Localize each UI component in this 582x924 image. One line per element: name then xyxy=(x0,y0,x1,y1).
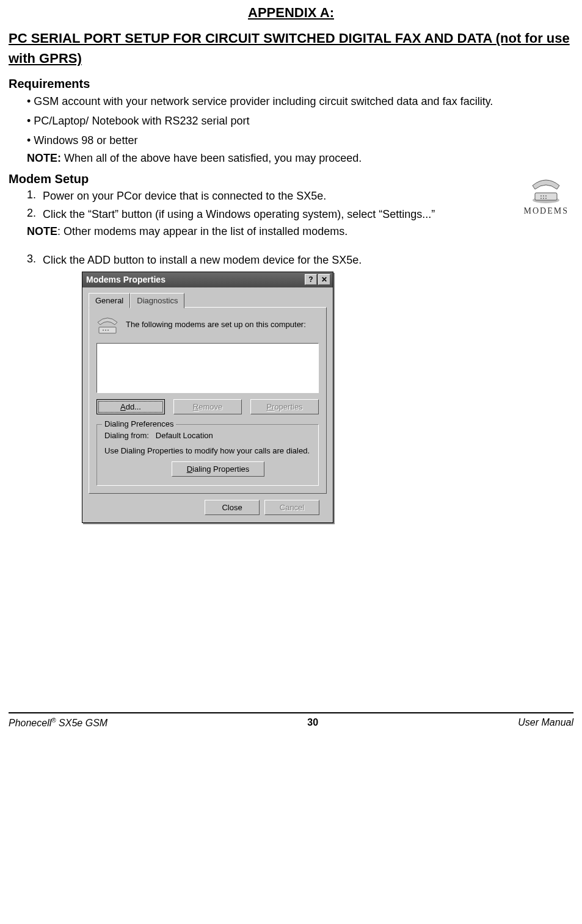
section-title: PC SERIAL PORT SETUP FOR CIRCUIT SWITCHE… xyxy=(9,28,573,68)
modem-note: NOTE: Other modems may appear in the lis… xyxy=(27,225,573,238)
step-text: Click the ADD button to install a new mo… xyxy=(43,253,573,267)
svg-point-2 xyxy=(540,195,542,197)
svg-point-4 xyxy=(545,195,547,197)
svg-point-10 xyxy=(105,330,106,331)
note-text: When all of the above have been satisfie… xyxy=(61,152,362,164)
note-text: : Other modems may appear in the list of… xyxy=(57,225,347,237)
svg-point-9 xyxy=(103,330,104,331)
step-item: 2. Click the “Start” button (if using a … xyxy=(27,207,454,222)
step-number: 3. xyxy=(27,253,43,267)
requirements-list: • GSM account with your network service … xyxy=(27,93,573,150)
requirement-item: • PC/Laptop/ Notebook with RS232 serial … xyxy=(27,113,573,130)
modem-small-icon xyxy=(96,316,118,337)
svg-point-11 xyxy=(107,330,109,331)
close-window-button[interactable]: ✕ xyxy=(318,274,330,285)
note-label: NOTE: xyxy=(27,152,61,164)
remove-button[interactable]: Remove xyxy=(173,399,242,414)
tab-strip: General Diagnostics xyxy=(89,292,327,308)
requirements-heading: Requirements xyxy=(9,77,573,91)
svg-point-5 xyxy=(540,198,542,199)
requirement-text: Windows 98 or better xyxy=(34,134,137,146)
step-text: Click the “Start” button (if using a Win… xyxy=(43,207,454,222)
svg-point-6 xyxy=(543,198,544,199)
appendix-title: APPENDIX A: xyxy=(9,5,573,21)
page-footer: Phonecell® SX5e GSM 30 User Manual xyxy=(9,712,573,729)
dialog-title: Modems Properties xyxy=(86,275,304,284)
step-text: Power on your PCor device that is connec… xyxy=(43,189,454,203)
phone-modem-icon xyxy=(529,177,563,204)
requirements-note: NOTE: When all of the above have been sa… xyxy=(27,152,573,165)
add-button[interactable]: Add... xyxy=(96,399,165,414)
footer-left: Phonecell® SX5e GSM xyxy=(9,717,107,729)
step-number: 1. xyxy=(27,189,43,203)
cancel-button[interactable]: Cancel xyxy=(264,500,319,515)
requirement-text: PC/Laptop/ Notebook with RS232 serial po… xyxy=(34,115,249,127)
note-label: NOTE xyxy=(27,225,57,237)
step-item: 1. Power on your PCor device that is con… xyxy=(27,189,454,203)
footer-right: User Manual xyxy=(518,717,573,729)
dialing-from-label: Dialing from: xyxy=(104,431,149,440)
dialing-help-text: Use Dialing Properties to modify how you… xyxy=(104,446,311,455)
tab-general[interactable]: General xyxy=(89,293,130,308)
dialing-preferences-group: Dialing Preferences Dialing from: Defaul… xyxy=(96,424,319,486)
dialing-from-row: Dialing from: Default Location xyxy=(104,431,311,440)
svg-point-7 xyxy=(545,198,547,199)
dialog-description: The following modems are set up on this … xyxy=(126,316,306,329)
modems-icon-block: MODEMS xyxy=(524,177,569,216)
tab-panel-general: The following modems are set up on this … xyxy=(89,307,327,494)
svg-point-3 xyxy=(543,195,544,197)
requirement-item: • GSM account with your network service … xyxy=(27,93,573,110)
footer-page-number: 30 xyxy=(307,717,318,729)
help-button[interactable]: ? xyxy=(305,274,317,285)
close-button[interactable]: Close xyxy=(205,500,260,515)
properties-button[interactable]: Properties xyxy=(250,399,319,414)
step-item: 3. Click the ADD button to install a new… xyxy=(27,253,573,267)
dialing-from-value: Default Location xyxy=(156,431,213,440)
installed-modems-listbox[interactable] xyxy=(96,343,319,393)
tab-diagnostics[interactable]: Diagnostics xyxy=(130,293,184,308)
group-legend: Dialing Preferences xyxy=(102,419,176,428)
modems-properties-dialog: Modems Properties ? ✕ General Diagnostic… xyxy=(82,272,333,523)
requirement-item: • Windows 98 or better xyxy=(27,132,573,150)
modems-icon-caption: MODEMS xyxy=(524,206,569,216)
requirement-text: GSM account with your network service pr… xyxy=(34,95,493,107)
dialing-properties-button[interactable]: Dialing Properties xyxy=(172,461,264,477)
step-number: 2. xyxy=(27,207,43,222)
dialog-titlebar: Modems Properties ? ✕ xyxy=(82,272,333,287)
modem-setup-heading: Modem Setup xyxy=(9,172,573,186)
